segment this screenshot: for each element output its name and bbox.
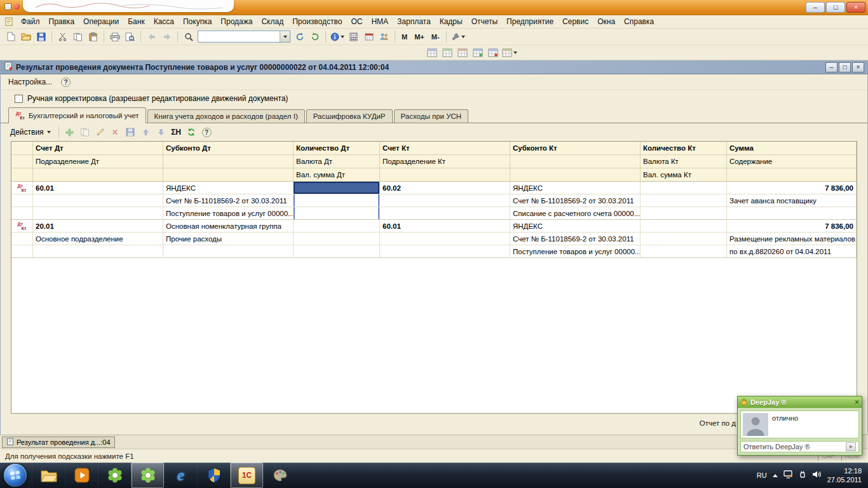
memory-subtract-button[interactable]: M-	[428, 30, 443, 44]
power-icon[interactable]	[799, 470, 806, 480]
combo-dropdown-button[interactable]	[280, 31, 290, 42]
window-tab[interactable]: Результат проведения д...:04	[2, 437, 115, 448]
cell-credit-department[interactable]	[380, 233, 510, 245]
help-icon[interactable]: ?	[61, 78, 71, 87]
cell-credit-subconto[interactable]: Счет № Б-11018569-2 от 30.03.2011	[510, 194, 641, 207]
print-button[interactable]	[107, 30, 122, 44]
tab-accounting[interactable]: ДтКт Бухгалтерский и налоговый учет	[8, 107, 146, 123]
menu-item-edit[interactable]: Правка	[44, 16, 79, 27]
journal-button[interactable]	[455, 46, 470, 60]
cell-credit-department[interactable]	[380, 194, 510, 207]
cell-empty[interactable]	[11, 194, 33, 207]
network-icon[interactable]	[783, 470, 793, 480]
posting-report-button[interactable]	[440, 46, 454, 60]
close-icon[interactable]: ×	[855, 398, 859, 406]
send-icon[interactable]	[846, 442, 856, 451]
register-button[interactable]	[470, 46, 485, 60]
cell-empty[interactable]	[294, 233, 380, 245]
tab-usn-expenses[interactable]: Расходы при УСН	[394, 109, 469, 123]
taskbar-ie[interactable]: e	[164, 463, 197, 488]
manual-adjust-checkbox[interactable]	[15, 95, 23, 103]
menu-item-file[interactable]: Файл	[17, 16, 44, 27]
find-button[interactable]	[181, 30, 196, 44]
row-dtkt-cell[interactable]: ДтКт	[11, 182, 33, 194]
cell-empty[interactable]	[294, 194, 380, 207]
cell-empty[interactable]	[380, 245, 510, 258]
taskbar-security[interactable]	[197, 463, 230, 488]
menu-item-bank[interactable]: Банк	[123, 16, 149, 27]
cell-empty[interactable]	[641, 207, 727, 220]
row-dtkt-cell[interactable]: ДтКт	[11, 220, 33, 233]
add-button[interactable]	[62, 125, 77, 139]
restore-button[interactable]: □	[826, 2, 845, 13]
save-row-button[interactable]	[123, 125, 138, 139]
menu-item-service[interactable]: Сервис	[558, 16, 593, 27]
actions-menu-button[interactable]: Действия	[6, 126, 55, 139]
cell-debit-account[interactable]: 60.01	[33, 182, 163, 194]
menu-item-enterprise[interactable]: Предприятие	[502, 16, 558, 27]
cell-debit-subconto[interactable]: Основная номенклатурная группа	[163, 220, 294, 233]
cell-credit-subconto[interactable]: Поступление товаров и услуг 00000...	[510, 245, 641, 258]
cell-content[interactable]	[727, 207, 857, 220]
cell-empty[interactable]	[11, 233, 33, 245]
calendar-button[interactable]	[362, 30, 376, 44]
cell-credit-subconto[interactable]: Списание с расчетного счета 00000...	[510, 207, 641, 220]
tab-income-expense-book[interactable]: Книга учета доходов и расходов (раздел I…	[147, 109, 305, 123]
cell-empty[interactable]	[641, 233, 727, 245]
cut-button[interactable]	[55, 30, 70, 44]
menu-item-os[interactable]: ОС	[346, 16, 367, 27]
menu-item-production[interactable]: Производство	[288, 16, 346, 27]
cell-credit-subconto[interactable]: Счет № Б-11018569-2 от 30.03.2011	[510, 233, 641, 245]
copy-button[interactable]	[71, 30, 85, 44]
cell-empty[interactable]	[33, 245, 163, 258]
subordination-button[interactable]	[424, 46, 439, 60]
cell-debit-subconto[interactable]: ЯНДЕКС	[163, 182, 294, 194]
taskbar-icq-2[interactable]	[131, 463, 164, 488]
cell-amount[interactable]: 7 836,00	[727, 182, 857, 194]
memory-button[interactable]: M	[398, 30, 410, 44]
cell-credit-subconto[interactable]: ЯНДЕКС	[510, 220, 641, 233]
services-button[interactable]	[450, 30, 466, 44]
totals-button[interactable]: ΣН	[169, 125, 184, 139]
menu-item-sale[interactable]: Продажа	[216, 16, 257, 27]
cell-debit-subconto[interactable]: Прочие расходы	[163, 233, 294, 245]
menu-item-purchase[interactable]: Покупка	[179, 16, 216, 27]
forward-button[interactable]	[159, 30, 174, 44]
open-button[interactable]	[18, 30, 33, 44]
find-history-button[interactable]	[308, 30, 322, 44]
cell-debit-department[interactable]	[33, 194, 163, 207]
menu-item-cash[interactable]: Касса	[149, 16, 179, 27]
minimize-button[interactable]: –	[825, 62, 837, 72]
document-titlebar[interactable]: Результат проведения документа Поступлен…	[1, 60, 867, 74]
tab-kudir[interactable]: Расшифровка КУДиР	[306, 109, 393, 123]
info-button[interactable]	[329, 30, 346, 44]
taskbar-paint[interactable]	[263, 463, 296, 488]
cell-empty[interactable]	[641, 182, 727, 194]
taskbar-explorer[interactable]	[32, 463, 65, 488]
menu-item-salary[interactable]: Зарплата	[393, 16, 435, 27]
more-reports-button[interactable]	[501, 46, 519, 60]
cell-empty[interactable]	[641, 194, 727, 207]
help-button[interactable]: ?	[200, 125, 214, 139]
menu-item-nma[interactable]: НМА	[367, 16, 393, 27]
cell-debit-subconto[interactable]: Счет № Б-11018569-2 от 30.03.2011	[163, 194, 294, 207]
report-link[interactable]: Отчет по д	[700, 419, 736, 427]
cell-empty[interactable]	[33, 207, 163, 220]
edit-button[interactable]	[93, 125, 107, 139]
taskbar-media-player[interactable]	[65, 463, 98, 488]
cell-content[interactable]: Размещение рекламных материалов	[727, 233, 857, 245]
language-indicator[interactable]: RU	[757, 471, 767, 479]
cell-empty[interactable]	[380, 207, 510, 220]
menu-item-windows[interactable]: Окна	[593, 16, 620, 27]
clock[interactable]: 12:18 27.05.2011	[827, 466, 862, 485]
cell-credit-account[interactable]: 60.01	[380, 220, 510, 233]
refresh-button[interactable]	[184, 125, 199, 139]
calculator-button[interactable]	[346, 30, 361, 44]
cell-empty[interactable]	[641, 220, 727, 233]
delete-button[interactable]	[108, 125, 123, 139]
cell-credit-account[interactable]: 60.02	[380, 182, 510, 194]
cell-empty[interactable]	[11, 245, 33, 258]
taskbar-icq-1[interactable]	[98, 463, 131, 488]
cell-empty[interactable]	[294, 245, 380, 258]
new-button[interactable]	[3, 30, 18, 44]
